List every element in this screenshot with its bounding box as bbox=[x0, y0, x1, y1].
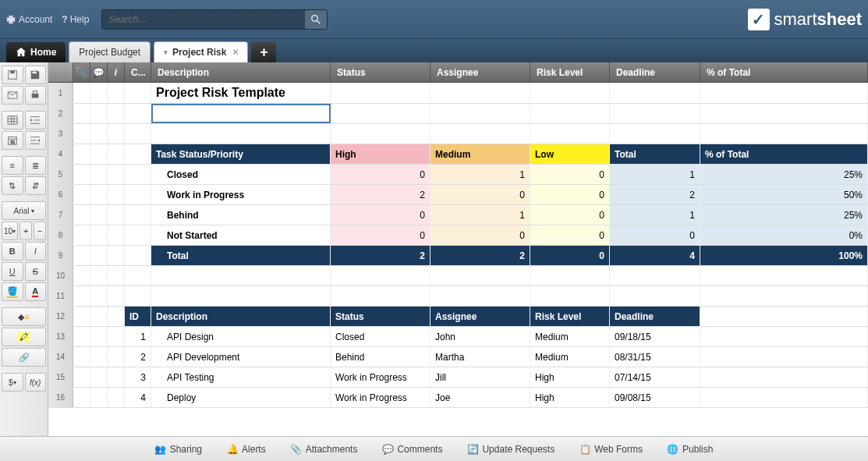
summary-total-row[interactable]: 9 Total 2 2 0 4 100% bbox=[48, 246, 868, 266]
alerts-button[interactable]: 🔔Alerts bbox=[221, 441, 272, 458]
bottom-bar: 👥Sharing 🔔Alerts 📎Attachments 💬Comments … bbox=[0, 436, 868, 461]
summary-pct-header[interactable]: % of Total bbox=[700, 144, 868, 164]
paint-icon: ◆ bbox=[18, 312, 24, 322]
info-col-header[interactable]: i bbox=[108, 62, 125, 82]
account-link[interactable]: Account bbox=[6, 14, 52, 25]
risk-col-header[interactable]: Risk Level bbox=[530, 62, 610, 82]
row-number[interactable]: 16 bbox=[48, 388, 73, 407]
row-number[interactable]: 15 bbox=[48, 367, 73, 387]
link-button[interactable]: 🔗 bbox=[2, 348, 46, 367]
print-button[interactable] bbox=[25, 86, 47, 105]
formula-button[interactable]: f(x) bbox=[25, 373, 47, 392]
summary-low-header[interactable]: Low bbox=[530, 144, 610, 164]
search-input[interactable] bbox=[102, 14, 305, 25]
help-link[interactable]: ? Help bbox=[62, 14, 89, 25]
highlight-button[interactable]: 🖍 bbox=[2, 328, 46, 346]
grid-row[interactable]: 1 Project Risk Template bbox=[48, 83, 868, 104]
task-row[interactable]: 15 3 API Testing Work in Progress Jill H… bbox=[48, 367, 868, 388]
web-forms-button[interactable]: 📋Web Forms bbox=[573, 441, 649, 458]
status-col-header[interactable]: Status bbox=[331, 62, 430, 82]
indent-button[interactable] bbox=[25, 111, 47, 129]
sharing-button[interactable]: 👥Sharing bbox=[149, 441, 208, 458]
add-tab-button[interactable]: + bbox=[251, 42, 276, 62]
text-color-button[interactable]: A bbox=[25, 282, 47, 301]
attachments-button[interactable]: 📎Attachments bbox=[285, 441, 364, 458]
task-row[interactable]: 16 4 Deploy Work in Progress Joe High 09… bbox=[48, 388, 868, 408]
row-number[interactable]: 13 bbox=[48, 327, 73, 346]
underline-button[interactable]: U bbox=[2, 262, 23, 281]
row-number[interactable]: 5 bbox=[48, 165, 73, 184]
grid-row[interactable]: 10 bbox=[48, 266, 868, 286]
id-col-header[interactable]: C... bbox=[125, 62, 151, 82]
summary-high-header[interactable]: High bbox=[331, 144, 430, 164]
rownum-header[interactable] bbox=[48, 62, 73, 82]
description-col-header[interactable]: Description bbox=[151, 62, 331, 82]
sort-desc-button[interactable]: ⇵ bbox=[25, 176, 47, 195]
summary-header-row[interactable]: 4 Task Status/Priority High Medium Low T… bbox=[48, 144, 868, 165]
summary-row[interactable]: 5 Closed 0 1 0 1 25% bbox=[48, 165, 868, 185]
comments-button[interactable]: 💬Comments bbox=[376, 441, 448, 458]
deadline-col-header[interactable]: Deadline bbox=[610, 62, 700, 82]
row-delete-button[interactable]: ≣ bbox=[25, 156, 47, 175]
comment-col-header[interactable]: 💬 bbox=[90, 62, 108, 82]
email-button[interactable] bbox=[2, 86, 23, 105]
selected-cell[interactable] bbox=[151, 104, 331, 123]
strike-button[interactable]: S bbox=[25, 262, 47, 281]
summary-row[interactable]: 6 Work in Progress 2 0 0 2 50% bbox=[48, 185, 868, 205]
link-icon: 🔗 bbox=[19, 353, 30, 363]
save-button[interactable] bbox=[2, 66, 23, 84]
summary-task-header[interactable]: Task Status/Priority bbox=[151, 144, 331, 164]
summary-medium-header[interactable]: Medium bbox=[430, 144, 530, 164]
font-size[interactable]: 10▾ bbox=[2, 222, 18, 240]
row-number[interactable]: 14 bbox=[48, 347, 73, 367]
row-number[interactable]: 2 bbox=[48, 104, 73, 123]
row-number[interactable]: 3 bbox=[48, 124, 73, 144]
row-number[interactable]: 9 bbox=[48, 246, 73, 265]
assignee-col-header[interactable]: Assignee bbox=[430, 62, 530, 82]
grid-row[interactable]: 2 bbox=[48, 104, 868, 124]
outdent-button[interactable] bbox=[25, 131, 47, 150]
increase-size[interactable]: + bbox=[19, 222, 32, 240]
pct-col-header[interactable]: % of Total bbox=[700, 62, 868, 82]
row-number[interactable]: 7 bbox=[48, 205, 73, 225]
grid-row[interactable]: 11 bbox=[48, 286, 868, 307]
task-row[interactable]: 14 2 API Development Behind Martha Mediu… bbox=[48, 347, 868, 367]
close-icon[interactable]: × bbox=[232, 47, 238, 58]
decrease-size[interactable]: − bbox=[34, 222, 46, 240]
logo[interactable]: ✓ smartsheet bbox=[748, 9, 862, 30]
row-number[interactable]: 10 bbox=[48, 266, 73, 285]
paperclip-icon: 📎 bbox=[76, 67, 87, 78]
task-header-row[interactable]: 12 ID Description Status Assignee Risk L… bbox=[48, 307, 868, 327]
sort-asc-button[interactable]: ⇅ bbox=[2, 176, 23, 195]
row-number[interactable]: 11 bbox=[48, 286, 73, 306]
grid-view-button[interactable] bbox=[2, 111, 23, 129]
save-disk-button[interactable] bbox=[25, 66, 47, 84]
bold-button[interactable]: B bbox=[2, 242, 23, 261]
calendar-button[interactable]: 31 bbox=[2, 131, 23, 150]
sheet-title[interactable]: Project Risk Template bbox=[151, 83, 331, 103]
conditional-format-button[interactable]: ◆≡ bbox=[2, 307, 46, 326]
publish-button[interactable]: 🌐Publish bbox=[661, 441, 719, 458]
update-requests-button[interactable]: 🔄Update Requests bbox=[461, 441, 561, 458]
fill-color-button[interactable]: 🪣 bbox=[2, 282, 23, 301]
task-row[interactable]: 13 1 API Design Closed John Medium 09/18… bbox=[48, 327, 868, 347]
summary-row[interactable]: 8 Not Started 0 0 0 0 0% bbox=[48, 225, 868, 246]
italic-button[interactable]: I bbox=[25, 242, 47, 261]
summary-row[interactable]: 7 Behind 0 1 0 1 25% bbox=[48, 205, 868, 225]
row-insert-button[interactable]: ≡ bbox=[2, 156, 23, 175]
search-button[interactable] bbox=[305, 10, 327, 29]
row-number[interactable]: 12 bbox=[48, 307, 73, 326]
summary-total-header[interactable]: Total bbox=[610, 144, 700, 164]
tab-project-risk[interactable]: ▾ Project Risk × bbox=[154, 41, 248, 62]
row-number[interactable]: 8 bbox=[48, 225, 73, 245]
grid-row[interactable]: 3 bbox=[48, 124, 868, 144]
attachment-col-header[interactable]: 📎 bbox=[73, 62, 90, 82]
font-select[interactable]: Arial▾ bbox=[2, 201, 46, 220]
row-number[interactable]: 6 bbox=[48, 185, 73, 204]
row-number[interactable]: 1 bbox=[48, 83, 73, 103]
tab-project-budget[interactable]: Project Budget bbox=[69, 41, 151, 62]
svg-rect-7 bbox=[34, 91, 37, 94]
home-tab[interactable]: Home bbox=[6, 42, 66, 62]
currency-button[interactable]: $▾ bbox=[2, 373, 23, 392]
row-number[interactable]: 4 bbox=[48, 144, 73, 164]
